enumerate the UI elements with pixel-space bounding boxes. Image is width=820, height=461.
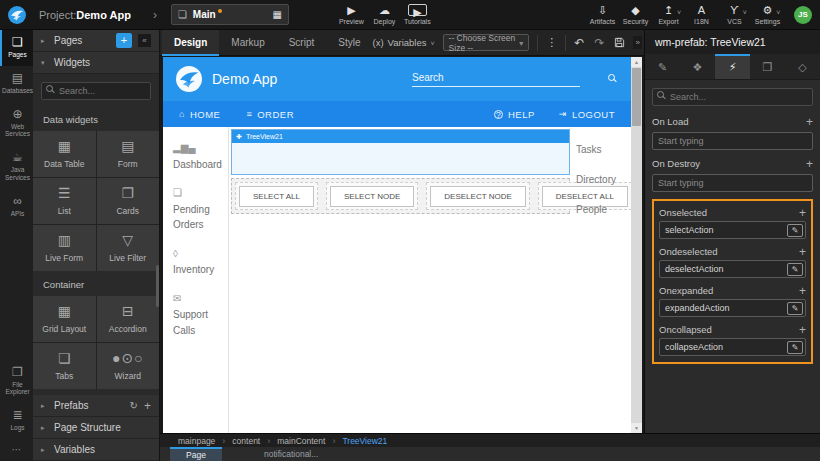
left-panel-scrollbar-thumb[interactable] (156, 265, 159, 307)
rp-tab-devices[interactable]: ❒ (750, 54, 785, 79)
treeview-widget-selected[interactable]: ✚ TreeView21 (231, 129, 570, 175)
treeview-buttons-panel[interactable]: SELECT ALL SELECT NODE (231, 178, 570, 214)
preview-button[interactable]: ▶ Preview (335, 4, 368, 25)
app-link[interactable]: Tasks (576, 144, 631, 155)
widget-tile-tabs[interactable]: ❏ Tabs (33, 343, 96, 389)
canvas-scrollbar[interactable] (631, 57, 642, 433)
app-search-input[interactable]: Search (412, 72, 580, 87)
wavemaker-logo[interactable] (0, 6, 33, 24)
treeview-action-button[interactable]: SELECT ALL (239, 186, 314, 207)
rp-tab-properties[interactable]: ✎ (645, 54, 680, 79)
canvas-nav-logout[interactable]: ⇥ LOGOUT (559, 109, 615, 120)
widget-selection-tag[interactable]: ✚ TreeView21 (232, 130, 569, 143)
rail-more-button[interactable] (0, 439, 33, 461)
rail-item-logs[interactable]: ≣ Logs (0, 403, 33, 439)
move-handle-icon[interactable]: ✚ (236, 133, 242, 141)
widget-tile-cards[interactable]: ❐ Cards (97, 178, 160, 224)
event-binding[interactable]: expandedAction (659, 299, 806, 317)
widgets-section-header[interactable]: Widgets (33, 52, 159, 74)
scroll-up-icon[interactable] (631, 57, 642, 67)
add-event-icon[interactable] (799, 207, 806, 219)
treeview-action-button[interactable]: SELECT NODE (330, 186, 414, 207)
sidenav-item-inventory[interactable]: ◊ Inventory (173, 246, 228, 278)
canvas-scrollbar-thumb[interactable] (632, 68, 641, 126)
app-search-icon[interactable] (608, 74, 618, 84)
add-event-icon[interactable] (806, 116, 813, 128)
tutorials-button[interactable]: ▶ Tutorials (401, 4, 434, 25)
collapse-right-panel-button[interactable] (633, 36, 642, 49)
widget-tile-live-filter[interactable]: ▽ Live Filter (97, 225, 160, 271)
rail-item-apis[interactable]: ∞ APIs (0, 189, 33, 225)
widget-tile-grid-layout[interactable]: ▦ Grid Layout (33, 296, 96, 342)
edit-action-icon[interactable] (787, 224, 803, 237)
export-button[interactable]: ↥ Export (652, 4, 685, 25)
page-structure-section-header[interactable]: Page Structure (33, 417, 159, 439)
treeview-empty-area[interactable] (232, 143, 569, 174)
event-input[interactable] (652, 132, 813, 150)
settings-button[interactable]: ⚙ Settings (751, 4, 784, 25)
tab-style[interactable]: Style (326, 30, 372, 56)
deploy-button[interactable]: ☁ Deploy (368, 4, 401, 25)
vcs-button[interactable]: ϒ VCS (718, 4, 751, 25)
rail-item-pages[interactable]: ❏ Pages (0, 30, 33, 66)
collapse-left-panel-button[interactable] (138, 34, 151, 47)
rail-item-file-explorer[interactable]: ❐ File Explorer (0, 360, 33, 404)
tab-design[interactable]: Design (162, 30, 219, 56)
refresh-prefabs-icon[interactable] (130, 400, 138, 411)
user-avatar[interactable]: JS (794, 6, 812, 24)
widget-tile-list[interactable]: ☰ List (33, 178, 96, 224)
redo-icon[interactable] (589, 36, 609, 50)
sidenav-item-support-calls[interactable]: ✉ Support Calls (173, 291, 228, 339)
breadcrumb-content[interactable]: content (232, 436, 277, 446)
i18n-button[interactable]: A I18N (685, 4, 718, 25)
event-binding[interactable]: collapseAction (659, 338, 806, 356)
scroll-down-icon[interactable] (631, 423, 642, 433)
artifacts-button[interactable]: ⇩ Artifacts (586, 4, 619, 25)
widget-search-input[interactable] (41, 82, 151, 100)
add-event-icon[interactable] (799, 246, 806, 258)
status-tab-page[interactable]: Page (170, 447, 222, 461)
rail-item-java-services[interactable]: ☕ Java Services (0, 145, 33, 189)
tab-markup[interactable]: Markup (219, 30, 276, 56)
prefabs-section-header[interactable]: Prefabs (33, 395, 159, 417)
rp-tab-styles[interactable]: ❖ (680, 54, 715, 79)
breadcrumb-maincontent[interactable]: mainContent (277, 436, 342, 446)
event-input[interactable] (652, 174, 813, 192)
event-binding[interactable]: deselectAction (659, 260, 806, 278)
rail-item-databases[interactable]: ▤ Databases (0, 66, 33, 102)
widget-tile-form[interactable]: ▤ Form (97, 131, 160, 177)
sidenav-item-pending-orders[interactable]: ❏ Pending Orders (173, 185, 228, 233)
pages-grid-icon[interactable]: ▦ (272, 9, 281, 20)
more-options-kebab-icon[interactable] (541, 36, 562, 49)
edit-action-icon[interactable] (787, 263, 803, 276)
rp-tab-events[interactable]: ⚡ (715, 54, 750, 79)
canvas-nav-order[interactable]: ≡ ORDER (246, 109, 294, 120)
add-event-icon[interactable] (799, 324, 806, 336)
security-button[interactable]: ◆ Security (619, 4, 652, 25)
treeview-action-button[interactable]: DESELECT NODE (430, 186, 525, 207)
breadcrumb-treeview21[interactable]: TreeView21 (342, 436, 387, 446)
save-button[interactable] (609, 37, 630, 48)
tab-script[interactable]: Script (277, 30, 327, 56)
widget-tile-data-table[interactable]: ▦ Data Table (33, 131, 96, 177)
app-link[interactable]: Directory (576, 174, 631, 185)
undo-icon[interactable] (569, 36, 589, 50)
canvas-nav-help[interactable]: ? HELP (494, 109, 535, 120)
canvas-nav-home[interactable]: ⌂ HOME (179, 109, 220, 120)
variables-dropdown[interactable]: (x) Variables (373, 37, 435, 48)
add-page-button[interactable] (116, 33, 132, 48)
events-search-input[interactable] (652, 88, 813, 106)
widget-tile-live-form[interactable]: ▥ Live Form (33, 225, 96, 271)
variables-section-header[interactable]: Variables (33, 439, 159, 461)
edit-action-icon[interactable] (787, 341, 803, 354)
add-event-icon[interactable] (799, 285, 806, 297)
edit-action-icon[interactable] (787, 302, 803, 315)
pages-section-header[interactable]: Pages (33, 30, 159, 52)
widget-tile-accordion[interactable]: ⊟ Accordion (97, 296, 160, 342)
widget-tile-wizard[interactable]: ●⊙○ Wizard (97, 343, 160, 389)
sidenav-item-dashboard[interactable]: ▂▆▄ Dashboard (173, 140, 228, 172)
app-link[interactable]: People (576, 204, 631, 215)
event-binding[interactable]: selectAction (659, 221, 806, 239)
rail-item-web-services[interactable]: ⊕ Web Services (0, 102, 33, 146)
add-prefab-icon[interactable] (144, 399, 151, 413)
